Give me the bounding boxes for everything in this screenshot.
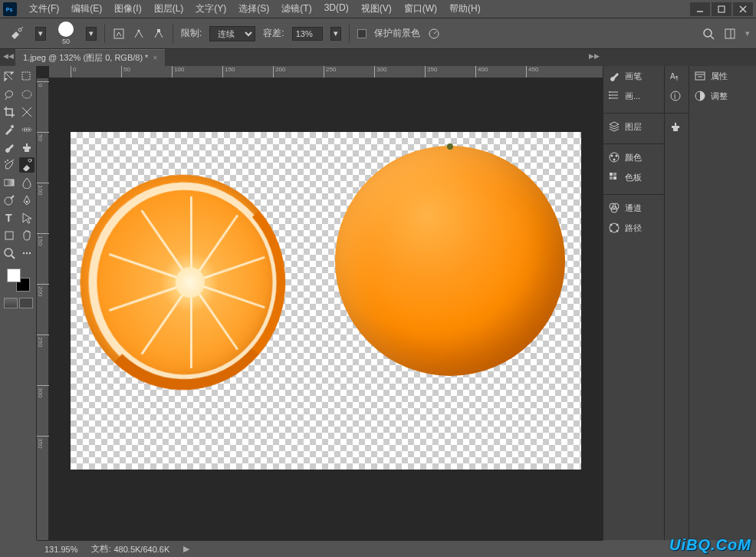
- type-tool[interactable]: T: [2, 210, 17, 226]
- menu-视图[interactable]: 视图(V): [355, 0, 398, 18]
- menu-选择[interactable]: 选择(S): [232, 0, 275, 18]
- hand-tool[interactable]: [19, 228, 35, 243]
- healing-tool[interactable]: [19, 122, 35, 137]
- slice-tool[interactable]: [19, 104, 35, 120]
- blur-tool[interactable]: [19, 175, 35, 190]
- move-tool[interactable]: [2, 69, 17, 84]
- workspace-dropdown[interactable]: ▾: [745, 28, 750, 38]
- brush-circle-icon: [58, 21, 74, 37]
- horizontal-ruler[interactable]: 050100150200250300350400450: [49, 66, 603, 78]
- magic-wand-tool[interactable]: [19, 87, 35, 102]
- lasso-tool[interactable]: [2, 87, 17, 102]
- doc-info-label: 文档:: [91, 543, 110, 555]
- tab-close-icon[interactable]: ×: [153, 54, 157, 62]
- panel-brush[interactable]: 画笔: [603, 66, 664, 86]
- collapse-right-icon[interactable]: ▶▶: [589, 52, 600, 60]
- limit-select[interactable]: 连续: [209, 26, 255, 41]
- menu-帮助[interactable]: 帮助(H): [443, 0, 487, 18]
- document-tab[interactable]: 1.jpeg @ 132% (图层 0, RGB/8) * ×: [15, 49, 165, 66]
- protect-fg-checkbox[interactable]: [357, 29, 366, 38]
- tolerance-dropdown[interactable]: ▾: [330, 27, 341, 41]
- minimize-button[interactable]: [690, 2, 710, 16]
- menu-文字[interactable]: 文字(Y): [189, 0, 232, 18]
- divider: [173, 25, 173, 43]
- status-bar: 131.95% 文档: 480.5K/640.6K ▶: [37, 540, 603, 557]
- shape-tool[interactable]: [2, 228, 17, 243]
- foreground-color[interactable]: [7, 269, 21, 282]
- tolerance-label: 容差:: [263, 27, 284, 40]
- collapse-left-icon[interactable]: ◀◀: [3, 52, 14, 60]
- svg-text:¶: ¶: [675, 75, 679, 81]
- panel-properties[interactable]: 属性: [689, 66, 756, 86]
- menu-文件[interactable]: 文件(F): [23, 0, 65, 18]
- sampling-contiguous-icon[interactable]: [133, 28, 145, 40]
- pen-tool[interactable]: [19, 193, 35, 208]
- document-canvas[interactable]: [71, 132, 581, 470]
- svg-rect-41: [613, 173, 616, 176]
- brush-preset-icon: [608, 90, 620, 102]
- status-menu-icon[interactable]: ▶: [183, 544, 189, 554]
- orange-half-image: [81, 166, 286, 398]
- brush-panel-toggle-icon[interactable]: [113, 28, 125, 40]
- panel-label: 调整: [711, 91, 728, 102]
- menu-图像[interactable]: 图像(I): [108, 0, 147, 18]
- vertical-ruler[interactable]: 050100150200250300350: [37, 78, 49, 540]
- panel-label: 图层: [625, 121, 642, 133]
- stamp-tool[interactable]: [19, 140, 35, 155]
- panel-brush-preset[interactable]: 画...: [603, 86, 664, 106]
- right-panel-dock: 画笔画...图层颜色色板通道路径 A¶i 属性调整: [603, 66, 756, 540]
- current-tool-icon[interactable]: [6, 23, 28, 44]
- menu-编辑[interactable]: 编辑(E): [65, 0, 108, 18]
- panel-color[interactable]: 颜色: [603, 147, 664, 167]
- menu-3D[interactable]: 3D(D): [318, 0, 355, 18]
- color-swatch[interactable]: [7, 269, 30, 292]
- edit-toolbar[interactable]: [19, 246, 35, 261]
- workspace-switcher-icon[interactable]: [724, 28, 736, 40]
- panel-info[interactable]: i: [665, 86, 689, 106]
- maximize-button[interactable]: [712, 2, 731, 16]
- gradient-tool[interactable]: [2, 175, 17, 190]
- panel-layers[interactable]: 图层: [603, 117, 664, 137]
- brush-preview[interactable]: 50: [54, 21, 78, 46]
- canvas-viewport[interactable]: [49, 78, 603, 540]
- eyedropper-tool[interactable]: [2, 122, 17, 137]
- panel-char[interactable]: A¶: [665, 66, 689, 86]
- brush-picker-dropdown[interactable]: ▾: [86, 27, 97, 41]
- screen-mode-button[interactable]: [19, 298, 33, 308]
- svg-rect-42: [610, 176, 613, 180]
- search-icon[interactable]: [702, 28, 715, 40]
- panel-adjustments[interactable]: 调整: [689, 86, 756, 106]
- quick-mask-button[interactable]: [4, 298, 18, 308]
- menu-滤镜[interactable]: 滤镜(T): [275, 0, 317, 18]
- menu-图层[interactable]: 图层(L): [148, 0, 190, 18]
- marquee-tool[interactable]: [19, 69, 35, 84]
- panel-label: 路径: [625, 222, 642, 234]
- svg-point-25: [26, 201, 28, 203]
- menu-窗口[interactable]: 窗口(W): [398, 0, 443, 18]
- svg-point-35: [609, 97, 610, 99]
- tolerance-input[interactable]: [292, 27, 323, 41]
- svg-point-7: [138, 29, 140, 31]
- bg-eraser-tool[interactable]: [19, 157, 35, 173]
- panel-paths[interactable]: 路径: [603, 218, 664, 238]
- history-brush-tool[interactable]: [2, 157, 17, 173]
- main-area: T 050100150200250300350400450 0501001502…: [0, 66, 756, 540]
- svg-point-30: [23, 252, 25, 254]
- brush-tool[interactable]: [2, 140, 17, 155]
- svg-rect-8: [157, 29, 160, 32]
- zoom-tool[interactable]: [2, 246, 17, 261]
- panel-stamp[interactable]: [665, 117, 689, 137]
- svg-text:Ps: Ps: [6, 6, 13, 12]
- protect-fg-label: 保护前景色: [374, 27, 420, 40]
- zoom-level[interactable]: 131.95%: [44, 545, 77, 554]
- close-button[interactable]: [733, 2, 753, 16]
- panel-swatches[interactable]: 色板: [603, 167, 664, 187]
- crop-tool[interactable]: [2, 104, 17, 120]
- sampling-once-icon[interactable]: [153, 28, 165, 40]
- svg-rect-23: [5, 180, 14, 186]
- path-select-tool[interactable]: [19, 210, 35, 226]
- dodge-tool[interactable]: [2, 193, 17, 208]
- tool-preset-dropdown[interactable]: ▾: [35, 27, 46, 41]
- pressure-toggle-icon[interactable]: [428, 28, 440, 40]
- panel-channels[interactable]: 通道: [603, 198, 664, 218]
